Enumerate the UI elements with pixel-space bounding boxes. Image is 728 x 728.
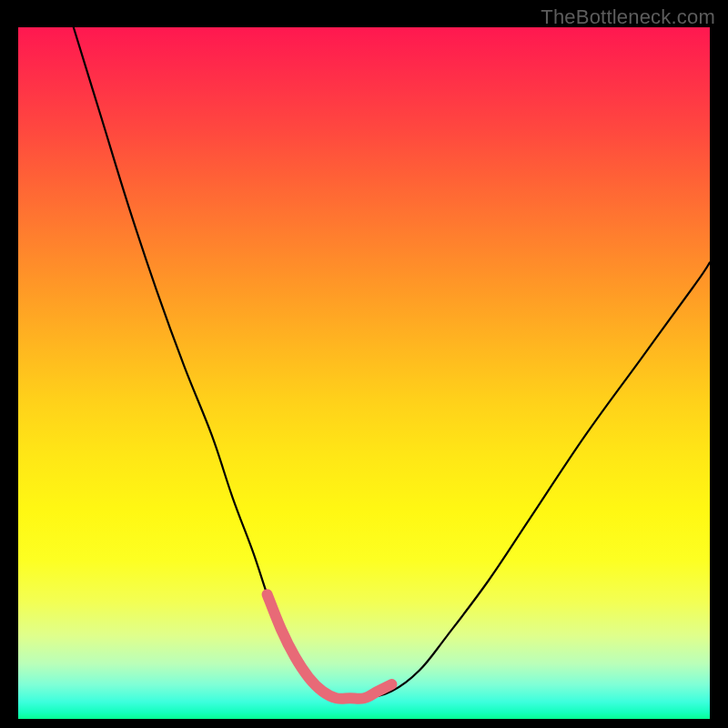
optimal-range-highlight	[268, 594, 392, 699]
chart-svg	[18, 27, 710, 719]
watermark-text: TheBottleneck.com	[541, 5, 715, 29]
plot-area	[18, 27, 710, 719]
bottleneck-curve	[74, 27, 710, 699]
chart-frame: TheBottleneck.com	[0, 0, 728, 728]
